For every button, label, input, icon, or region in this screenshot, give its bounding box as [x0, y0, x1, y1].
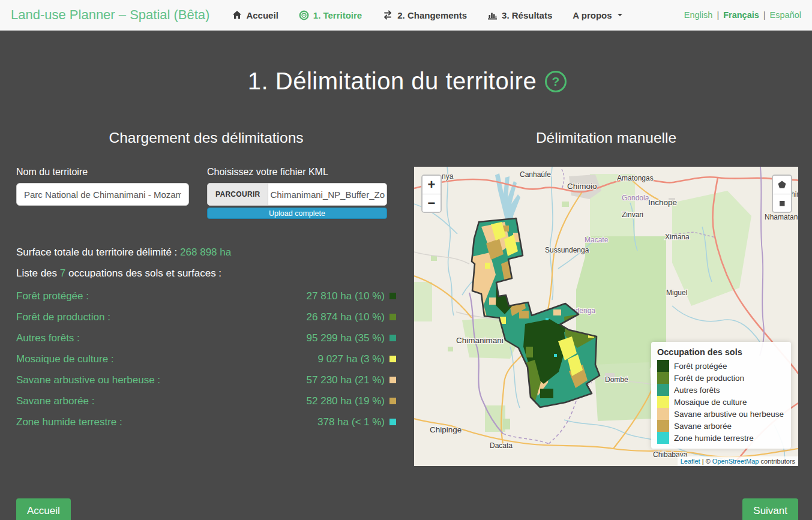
map-label-amatongas: Amatongas	[617, 174, 654, 182]
lang-espanol[interactable]: Español	[770, 10, 801, 20]
language-switcher: English | Français | Español	[684, 10, 801, 20]
territory-name-label: Nom du territoire	[16, 167, 189, 178]
legend-item: Autres forêts	[657, 384, 785, 396]
next-button[interactable]: Suivant	[742, 498, 798, 520]
landuse-count: 7	[60, 267, 65, 279]
top-navbar: Land-use Planner – Spatial (Bêta) Accuei…	[0, 0, 812, 31]
map-draw-control	[772, 175, 792, 213]
map-label-inchope: Inchope	[648, 198, 677, 207]
browse-button[interactable]: PARCOURIR	[208, 184, 268, 205]
legend-item: Zone humide terrestre	[657, 432, 785, 444]
map-label-dombe: Dombé	[605, 375, 628, 384]
landuse-color-swatch	[389, 377, 396, 383]
landuse-color-swatch	[389, 335, 396, 341]
landuse-row: Autres forêts : 95 299 ha (35 %)	[16, 327, 396, 348]
landuse-color-swatch	[389, 314, 396, 320]
landuse-row: Savane arbustive ou herbeuse : 57 230 ha…	[16, 369, 396, 390]
map-panel: Délimitation manuelle	[414, 112, 798, 466]
landuse-color-swatch	[389, 293, 396, 299]
legend-title: Occupation des sols	[657, 347, 785, 357]
legend-color-swatch	[657, 396, 669, 408]
legend-item: Forêt de production	[657, 372, 785, 384]
lang-separator: |	[717, 10, 719, 20]
kml-file-label: Choisissez votre fichier KML	[207, 167, 387, 178]
zoom-in-button[interactable]: +	[423, 176, 441, 194]
map-section-title: Délimitation manuelle	[414, 130, 798, 146]
nav-label: 2. Changements	[397, 10, 467, 20]
legend-item: Mosaique de culture	[657, 396, 785, 408]
draw-polygon-button[interactable]	[773, 176, 791, 194]
map-label-ximana: Ximana	[665, 233, 690, 241]
map-label-canhaufe: Canhaúfe	[520, 170, 551, 179]
nav-label: Accueil	[246, 10, 278, 20]
lang-separator: |	[763, 10, 766, 20]
map-label-sussundenga: Sussundenga	[545, 246, 589, 254]
landuse-list-header: Liste des 7 occupations des sols et surf…	[16, 267, 396, 279]
map-label-nya: nya	[442, 172, 454, 181]
landuse-row: Mosaique de culture : 9 027 ha (3 %)	[16, 348, 396, 369]
page-title: 1. Délimitation du territoire ?	[16, 68, 798, 95]
zoom-out-button[interactable]: −	[423, 194, 441, 212]
polygon-icon	[777, 180, 787, 190]
target-icon	[299, 10, 309, 20]
map-label-macate: Macate	[585, 236, 609, 244]
legend-color-swatch	[657, 408, 669, 420]
nav-item-resultats[interactable]: 3. Résultats	[487, 10, 552, 20]
lang-francais[interactable]: Français	[723, 10, 759, 20]
upload-progress-bar: Upload complete	[207, 208, 387, 219]
legend-color-swatch	[657, 384, 669, 396]
home-icon	[232, 10, 242, 20]
draw-rectangle-button[interactable]	[773, 194, 791, 212]
legend-item: Savane arbustive ou herbeuse	[657, 408, 785, 420]
landuse-color-swatch	[389, 398, 396, 404]
legend-item: Savane arborée	[657, 420, 785, 432]
nav-item-accueil[interactable]: Accueil	[232, 10, 278, 20]
caret-down-icon	[618, 14, 622, 16]
nav-label: A propos	[573, 10, 612, 20]
map-label-zinvari: Zinvari	[622, 211, 643, 219]
home-button[interactable]: Accueil	[16, 498, 71, 520]
legend-color-swatch	[657, 432, 669, 444]
swap-arrows-icon	[382, 10, 393, 20]
landuse-row: Forêt de production : 26 874 ha (10 %)	[16, 306, 396, 327]
total-surface-line: Surface totale du territoire délimité : …	[16, 247, 396, 259]
nav-item-territoire[interactable]: 1. Territoire	[299, 10, 362, 20]
rectangle-icon	[777, 199, 787, 208]
nav-item-apropos[interactable]: A propos	[573, 10, 622, 20]
legend-color-swatch	[657, 360, 669, 372]
map-zoom-control: + −	[421, 175, 442, 213]
map-legend: Occupation des sols Forêt protégée Forêt…	[651, 342, 791, 449]
app-brand[interactable]: Land-use Planner – Spatial (Bêta)	[11, 7, 209, 23]
openstreetmap-link[interactable]: OpenStreetMap	[712, 458, 759, 465]
landuse-color-swatch	[389, 356, 396, 362]
upload-panel: Chargement des délimitations Nom du terr…	[16, 112, 396, 432]
map-label-gondola: Gondola	[622, 194, 649, 202]
nav-label: 3. Résultats	[502, 10, 552, 20]
help-icon[interactable]: ?	[545, 71, 567, 92]
legend-item: Forêt protégée	[657, 360, 785, 372]
landuse-row: Zone humide terrestre : 378 ha (< 1 %)	[16, 411, 396, 432]
selected-file-name: Chimanimani_NP_Buffer_Zo	[268, 184, 386, 205]
nav-item-changements[interactable]: 2. Changements	[382, 10, 467, 20]
page-title-text: 1. Délimitation du territoire	[248, 68, 537, 95]
nav-label: 1. Territoire	[313, 10, 362, 20]
total-surface-label: Surface totale du territoire délimité :	[16, 247, 177, 258]
kml-file-input[interactable]: PARCOURIR Chimanimani_NP_Buffer_Zo	[207, 183, 387, 206]
bar-chart-icon	[487, 10, 498, 20]
leaflet-map[interactable]: ndenga	[414, 167, 798, 466]
landuse-row: Forêt protégée : 27 810 ha (10 %)	[16, 285, 396, 306]
legend-color-swatch	[657, 420, 669, 432]
map-label-chipinge: Chipinge	[430, 425, 462, 434]
map-label-chimoio: Chimoio	[567, 182, 597, 191]
map-label-nhamatanda: Nhamatan	[765, 213, 798, 221]
territory-name-input[interactable]	[16, 183, 189, 206]
leaflet-link[interactable]: Leaflet	[681, 458, 700, 465]
landuse-color-swatch	[389, 419, 396, 425]
lang-english[interactable]: English	[684, 10, 713, 20]
landuse-row: Savane arborée : 52 280 ha (19 %)	[16, 390, 396, 411]
map-attribution: Leaflet | © OpenStreetMap contributors	[678, 456, 798, 466]
legend-color-swatch	[657, 372, 669, 384]
total-surface-value: 268 898 ha	[180, 247, 231, 258]
upload-section-title: Chargement des délimitations	[16, 130, 396, 146]
map-label-miguel: Miguel	[666, 288, 687, 297]
